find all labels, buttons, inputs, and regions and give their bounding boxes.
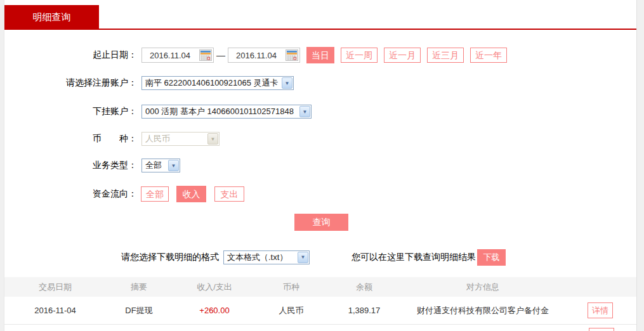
- register-account-row: 请选择注册账户： 南平 6222001406100921065 灵通卡 ▼: [4, 75, 294, 91]
- date-range-separator: —: [214, 50, 228, 60]
- download-button[interactable]: 下载: [477, 249, 506, 266]
- end-date-value: 2016.11.04: [228, 51, 284, 60]
- end-date-input[interactable]: 2016.11.04: [228, 48, 300, 63]
- header-currency: 币种: [251, 282, 332, 293]
- chevron-down-icon: ▼: [207, 133, 218, 145]
- fund-direction-label: 资金流向：: [4, 188, 137, 200]
- date-range-row: 起止日期： 2016.11.04 — 2016.11.04: [4, 47, 507, 63]
- quick-range-quarter-button[interactable]: 近三月: [427, 48, 464, 63]
- business-type-label: 业务类型：: [4, 160, 137, 171]
- chevron-down-icon: ▼: [299, 106, 310, 117]
- fund-direction-expense-button[interactable]: 支出: [214, 186, 244, 202]
- header-income-expense: 收入/支出: [178, 282, 251, 293]
- currency-select: 人民币 ▼: [141, 132, 220, 146]
- cell-summary: DF提现: [100, 305, 178, 316]
- tab-underline: [4, 29, 636, 30]
- currency-value: 人民币: [145, 133, 170, 145]
- cell-amount: +260.00: [178, 306, 251, 315]
- register-account-value: 南平 6222001406100921065 灵通卡: [145, 77, 279, 89]
- query-button[interactable]: 查询: [294, 214, 348, 231]
- start-date-input[interactable]: 2016.11.04: [141, 48, 214, 63]
- detail-button-partial[interactable]: [589, 328, 614, 331]
- fund-direction-row: 资金流向： 全部 收入 支出: [4, 185, 244, 202]
- header-counterparty: 对方信息: [397, 282, 569, 293]
- business-type-value: 全部: [145, 160, 162, 171]
- detail-button[interactable]: 详情: [588, 302, 613, 318]
- quick-range-week-button[interactable]: 近一周: [341, 48, 378, 63]
- sub-account-label: 下挂账户：: [4, 106, 137, 117]
- register-account-label: 请选择注册账户：: [4, 77, 137, 89]
- header-trade-date: 交易日期: [11, 282, 100, 293]
- download-format-select[interactable]: 文本格式（.txt） ▼: [223, 250, 310, 264]
- sub-account-value: 000 活期 基本户 1406600101102571848: [145, 106, 294, 117]
- table-row: 2016-11-04 DF提现 +260.00 人民币 1,389.17 财付通…: [4, 297, 636, 325]
- cell-currency: 人民币: [251, 305, 332, 316]
- quick-range-month-button[interactable]: 近一月: [384, 48, 421, 63]
- cell-balance: 1,389.17: [332, 306, 397, 315]
- business-type-select[interactable]: 全部 ▼: [141, 159, 180, 172]
- cell-trade-date: 2016-11-04: [11, 306, 100, 315]
- chevron-down-icon: ▼: [298, 252, 308, 263]
- table-header: 交易日期 摘要 收入/支出 币种 余额 对方信息: [4, 277, 636, 297]
- start-date-value: 2016.11.04: [142, 51, 198, 60]
- sub-account-select[interactable]: 000 活期 基本户 1406600101102571848 ▼: [141, 105, 312, 119]
- chevron-down-icon: ▼: [282, 77, 292, 89]
- fund-direction-all-button[interactable]: 全部: [141, 186, 169, 202]
- header-summary: 摘要: [100, 282, 178, 293]
- download-format-value: 文本格式（.txt）: [227, 252, 287, 263]
- cell-counterparty: 财付通支付科技有限公司客户备付金: [397, 305, 569, 316]
- calendar-icon[interactable]: [198, 48, 213, 62]
- download-row: 请您选择下载明细的格式 文本格式（.txt） ▼ 您可以在这里下载查询明细结果 …: [4, 249, 636, 266]
- chevron-down-icon: ▼: [168, 160, 179, 171]
- content-panel: 明细查询 起止日期： 2016.11.04 —: [4, 0, 637, 331]
- quick-range-year-button[interactable]: 近一年: [470, 48, 507, 63]
- register-account-select[interactable]: 南平 6222001406100921065 灵通卡 ▼: [141, 76, 294, 90]
- quick-range-today-button[interactable]: 当日: [306, 47, 334, 63]
- sub-account-row: 下挂账户： 000 活期 基本户 1406600101102571848 ▼: [4, 104, 312, 119]
- download-format-label: 请您选择下载明细的格式: [121, 252, 219, 263]
- currency-label: 币 种：: [4, 133, 137, 145]
- fund-direction-income-button[interactable]: 收入: [176, 186, 206, 202]
- download-hint: 您可以在这里下载查询明细结果: [352, 252, 476, 263]
- date-range-label: 起止日期：: [4, 49, 137, 61]
- currency-row: 币 种： 人民币 ▼: [4, 131, 220, 146]
- tab-detail-query[interactable]: 明细查询: [4, 5, 99, 29]
- business-type-row: 业务类型： 全部 ▼: [4, 158, 180, 173]
- calendar-icon[interactable]: [284, 48, 299, 62]
- header-balance: 余额: [332, 282, 397, 293]
